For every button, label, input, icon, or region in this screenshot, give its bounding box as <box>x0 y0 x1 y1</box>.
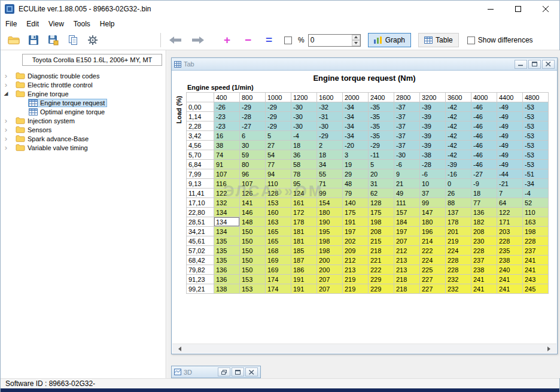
torque-cell[interactable]: 99 <box>420 198 446 208</box>
torque-cell[interactable]: -11 <box>369 150 394 160</box>
3d-restore-icon[interactable] <box>218 367 230 376</box>
torque-cell[interactable]: 38 <box>214 141 240 150</box>
torque-cell[interactable]: -37 <box>394 112 420 121</box>
torque-cell[interactable]: 110 <box>266 179 291 189</box>
torque-cell[interactable]: 111 <box>394 198 420 208</box>
torque-cell[interactable]: 182 <box>471 217 497 227</box>
torque-cell[interactable]: 153 <box>240 284 266 294</box>
torque-cell[interactable]: 196 <box>420 227 446 236</box>
torque-cell[interactable]: 174 <box>266 275 291 284</box>
torque-cell[interactable]: 213 <box>394 265 420 275</box>
torque-cell[interactable]: -4 <box>523 189 549 198</box>
expand-icon[interactable]: › <box>2 126 10 133</box>
torque-cell[interactable]: 18 <box>317 150 343 160</box>
save-as-icon[interactable] <box>43 32 63 48</box>
tree-item-variable-valve-timing[interactable]: ›Variable valve timing <box>1 143 166 152</box>
torque-cell[interactable]: 218 <box>394 284 420 294</box>
torque-cell[interactable]: 154 <box>317 198 343 208</box>
torque-cell[interactable]: 224 <box>446 246 471 256</box>
torque-cell[interactable]: -23 <box>214 121 240 131</box>
torque-cell[interactable]: -30 <box>394 150 420 160</box>
torque-cell[interactable]: 79 <box>343 189 369 198</box>
torque-cell[interactable]: 232 <box>446 284 471 294</box>
torque-cell[interactable]: 16 <box>214 131 240 141</box>
torque-cell[interactable]: 207 <box>317 275 343 284</box>
3d-maximize-icon[interactable] <box>232 367 244 376</box>
torque-cell[interactable]: 96 <box>240 169 266 179</box>
tree-item-diagnostic-trouble-codes[interactable]: ›Diagnostic trouble codes <box>1 71 166 80</box>
torque-cell[interactable]: -39 <box>420 121 446 131</box>
torque-cell[interactable]: 184 <box>394 217 420 227</box>
torque-cell[interactable]: -39 <box>446 160 471 169</box>
torque-cell[interactable]: 208 <box>369 227 394 236</box>
torque-cell[interactable]: 80 <box>240 160 266 169</box>
torque-cell[interactable]: 157 <box>394 208 420 217</box>
torque-cell[interactable]: -42 <box>446 112 471 121</box>
torque-cell[interactable]: 136 <box>214 275 240 284</box>
torque-cell[interactable]: 7 <box>497 189 523 198</box>
torque-cell[interactable]: -30 <box>291 102 317 112</box>
forward-arrow-icon[interactable] <box>187 32 209 48</box>
torque-cell[interactable]: 71 <box>317 179 343 189</box>
torque-cell[interactable]: 197 <box>394 227 420 236</box>
scroll-right-icon[interactable] <box>546 347 554 351</box>
torque-cell[interactable]: 209 <box>343 246 369 256</box>
tree-item-sensors[interactable]: ›Sensors <box>1 125 166 134</box>
torque-cell[interactable]: 48 <box>343 179 369 189</box>
torque-cell[interactable]: -29 <box>240 102 266 112</box>
torque-cell[interactable]: 147 <box>420 208 446 217</box>
tab-close-icon[interactable] <box>542 60 555 69</box>
torque-cell[interactable]: -46 <box>471 150 497 160</box>
torque-cell[interactable]: 240 <box>497 265 523 275</box>
torque-cell[interactable]: 135 <box>214 256 240 265</box>
torque-cell[interactable]: -46 <box>471 102 497 112</box>
torque-cell[interactable]: 74 <box>214 150 240 160</box>
torque-cell[interactable]: 153 <box>266 198 291 208</box>
torque-cell[interactable]: -39 <box>420 112 446 121</box>
torque-cell[interactable]: -39 <box>420 102 446 112</box>
expand-icon[interactable]: › <box>2 81 10 89</box>
torque-cell[interactable]: 153 <box>240 275 266 284</box>
step-up-icon[interactable] <box>352 35 360 41</box>
torque-cell[interactable]: 163 <box>266 217 291 227</box>
graph-view-button[interactable]: Graph <box>368 33 411 47</box>
value-step-input[interactable]: 0 <box>308 34 361 47</box>
torque-cell[interactable]: 241 <box>523 265 549 275</box>
torque-cell[interactable]: 207 <box>394 236 420 246</box>
torque-cell[interactable]: 229 <box>369 275 394 284</box>
tree-item-spark-advance-base[interactable]: ›Spark advance-Base <box>1 134 166 143</box>
torque-cell[interactable]: -28 <box>240 112 266 121</box>
torque-cell[interactable]: 161 <box>291 198 317 208</box>
torque-cell[interactable]: 212 <box>343 256 369 265</box>
torque-cell[interactable]: 0 <box>446 179 471 189</box>
torque-cell[interactable]: 245 <box>523 284 549 294</box>
torque-cell[interactable]: -34 <box>343 121 369 131</box>
torque-cell[interactable]: 36 <box>291 150 317 160</box>
torque-cell[interactable]: 200 <box>317 256 343 265</box>
torque-cell[interactable]: 62 <box>369 189 394 198</box>
open-file-icon[interactable] <box>4 32 23 48</box>
torque-cell[interactable]: -37 <box>394 131 420 141</box>
torque-cell[interactable]: 228 <box>523 236 549 246</box>
torque-cell[interactable]: -46 <box>471 112 497 121</box>
torque-cell[interactable]: -51 <box>523 169 549 179</box>
torque-cell[interactable]: 218 <box>369 246 394 256</box>
torque-cell[interactable]: 20 <box>369 169 394 179</box>
torque-cell[interactable]: -42 <box>446 141 471 150</box>
torque-cell[interactable]: 186 <box>291 265 317 275</box>
torque-cell[interactable]: 128 <box>266 189 291 198</box>
torque-cell[interactable]: 235 <box>497 246 523 256</box>
torque-cell[interactable]: 49 <box>394 189 420 198</box>
torque-cell[interactable]: 228 <box>497 236 523 246</box>
torque-cell[interactable]: -34 <box>343 131 369 141</box>
torque-cell[interactable]: -32 <box>317 102 343 112</box>
torque-cell[interactable]: -38 <box>420 150 446 160</box>
torque-cell[interactable]: 241 <box>523 256 549 265</box>
torque-cell[interactable]: 232 <box>446 275 471 284</box>
torque-cell[interactable]: 107 <box>240 179 266 189</box>
menu-item-help[interactable]: Help <box>95 17 120 31</box>
torque-cell[interactable]: 34 <box>317 160 343 169</box>
torque-cell[interactable]: 163 <box>523 217 549 227</box>
torque-cell[interactable]: 27 <box>266 141 291 150</box>
torque-cell[interactable]: -37 <box>394 141 420 150</box>
